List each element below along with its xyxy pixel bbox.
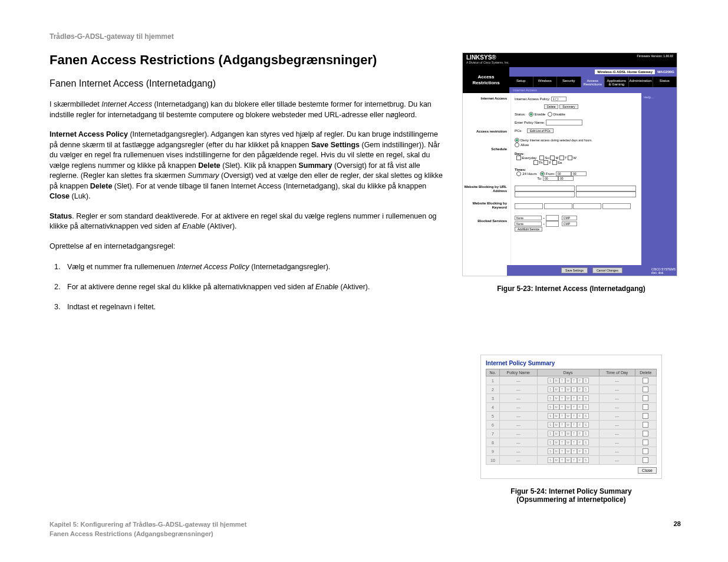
cell-days: SMTWTFS <box>537 447 599 456</box>
keyword-input-3[interactable] <box>573 203 601 209</box>
cell-days: SMTWTFS <box>537 394 599 403</box>
tab-wireless[interactable]: Wireless <box>533 77 558 87</box>
add-edit-service-button[interactable]: Add/Edit Service <box>515 227 542 232</box>
to-min-select[interactable]: 00 <box>558 176 574 181</box>
from-min-select[interactable]: 00 <box>571 171 587 176</box>
enable-radio[interactable] <box>529 112 533 117</box>
deny-radio[interactable] <box>515 138 519 143</box>
cell-delete[interactable] <box>635 429 656 438</box>
day-t-check[interactable] <box>559 156 564 160</box>
keyword-input-2[interactable] <box>544 203 572 209</box>
cancel-changes-button[interactable]: Cancel Changes <box>592 267 622 273</box>
figure-screenshot-1: LINKSYS® Firmware Version: 1.00.02 A Div… <box>462 52 677 276</box>
help-link[interactable]: Help... <box>641 93 677 101</box>
text: (Slet). For at vende tilbage til fanen I… <box>112 182 426 190</box>
cell-delete[interactable] <box>635 456 656 465</box>
day-label: W <box>573 156 577 160</box>
policy-select[interactable]: 1 ( ) <box>551 97 566 101</box>
cell-no: 6 <box>486 421 500 429</box>
cell-policy-name: --- <box>499 429 537 438</box>
day-th-check[interactable] <box>533 160 538 165</box>
main-tabs[interactable]: Setup Wireless Security Access Restricti… <box>509 77 677 87</box>
table-row: 10---SMTWTFS--- <box>486 456 657 465</box>
url-input-1[interactable] <box>515 186 575 191</box>
cell-policy-name: --- <box>499 403 537 412</box>
term: Internet Access Policy <box>177 263 249 271</box>
from-radio[interactable] <box>540 171 545 176</box>
steps-list: Vælg et nummer fra rullemenuen Internet … <box>50 261 444 313</box>
cell-no: 3 <box>486 394 500 403</box>
day-f-check[interactable] <box>543 160 548 165</box>
url-input-4[interactable] <box>576 191 636 197</box>
disable-radio[interactable] <box>548 112 552 117</box>
text: I skærmbilledet <box>50 100 101 108</box>
tab-applications-gaming[interactable]: Applications & Gaming <box>605 77 629 87</box>
text: (Luk). <box>70 192 90 200</box>
service-select-2[interactable]: None <box>515 222 542 226</box>
tab-access-restrictions[interactable]: Access Restrictions <box>581 77 605 87</box>
service-select-1[interactable]: None <box>515 216 542 220</box>
proto-select[interactable]: CMP <box>562 216 577 220</box>
term: Summary <box>298 161 332 170</box>
deny-text: Internet access during selected days and… <box>530 138 592 142</box>
day-label: T <box>565 156 567 160</box>
cell-days: SMTWTFS <box>537 429 599 438</box>
cell-delete[interactable] <box>635 447 656 456</box>
close-button[interactable]: Close <box>638 467 657 474</box>
cell-delete[interactable] <box>635 438 656 447</box>
keyword-input-4[interactable] <box>602 203 631 209</box>
day-sa-check[interactable] <box>552 160 557 165</box>
day-label: Sa <box>558 161 562 164</box>
keyword-input-1[interactable] <box>515 203 543 209</box>
cell-time: --- <box>599 456 635 465</box>
tab-security[interactable]: Security <box>557 77 581 87</box>
cell-delete[interactable] <box>635 394 656 403</box>
table-row: 2---SMTWTFS--- <box>486 385 657 394</box>
text: (Opsummering af internetpolice) <box>516 495 625 504</box>
term: Enable <box>182 222 205 230</box>
cell-delete[interactable] <box>635 403 656 412</box>
delete-button[interactable]: Delete <box>544 104 558 109</box>
footer-section: Fanen Access Restrictions (Adgangsbegræn… <box>50 530 246 538</box>
cell-policy-name: --- <box>499 394 537 403</box>
edit-list-pcs-button[interactable]: Edit List of PCs <box>527 128 553 133</box>
day-w-check[interactable] <box>568 156 572 160</box>
brand-logo: LINKSYS® <box>466 54 496 61</box>
from-hour-select[interactable]: 00 <box>556 171 571 176</box>
cell-delete[interactable] <box>635 421 656 429</box>
port-input[interactable] <box>546 215 559 221</box>
24hours-radio[interactable] <box>516 171 521 176</box>
port-input[interactable] <box>546 221 559 227</box>
col-no: No. <box>486 369 500 376</box>
allow-radio[interactable] <box>515 143 519 147</box>
cell-policy-name: --- <box>499 385 537 394</box>
policy-name-input[interactable] <box>546 120 582 125</box>
term: Internet Access Policy <box>50 130 128 138</box>
cell-no: 5 <box>486 412 500 421</box>
save-settings-button[interactable]: Save Settings <box>561 267 588 273</box>
summary-button[interactable]: Summary <box>559 104 578 109</box>
cell-days: SMTWTFS <box>537 456 599 465</box>
tab-administration[interactable]: Administration <box>629 77 653 87</box>
url-input-3[interactable] <box>515 191 575 197</box>
tab-status[interactable]: Status <box>653 77 677 87</box>
from-label: From: <box>546 172 555 176</box>
proto-select[interactable]: CMP <box>562 222 577 226</box>
term: Delete <box>90 182 113 190</box>
tab-setup[interactable]: Setup <box>509 77 533 87</box>
cell-days: SMTWTFS <box>537 412 599 421</box>
page-footer: Kapitel 5: Konfigurering af Trådløs-G-AD… <box>50 520 681 538</box>
cell-delete[interactable] <box>635 376 656 385</box>
cell-no: 8 <box>486 438 500 447</box>
url-input-2[interactable] <box>576 186 636 191</box>
to-hour-select[interactable]: 00 <box>543 176 558 181</box>
everyday-check[interactable] <box>516 156 521 160</box>
subtab-internet-access[interactable]: Internet Access <box>509 87 677 93</box>
day-m-check[interactable] <box>550 156 555 160</box>
day-su-check[interactable] <box>539 156 544 160</box>
table-row: 9---SMTWTFS--- <box>486 447 657 456</box>
cell-delete[interactable] <box>635 412 656 421</box>
cell-delete[interactable] <box>635 385 656 394</box>
side-access-restriction: Access restriction <box>463 130 507 147</box>
term: Summary <box>187 171 219 180</box>
